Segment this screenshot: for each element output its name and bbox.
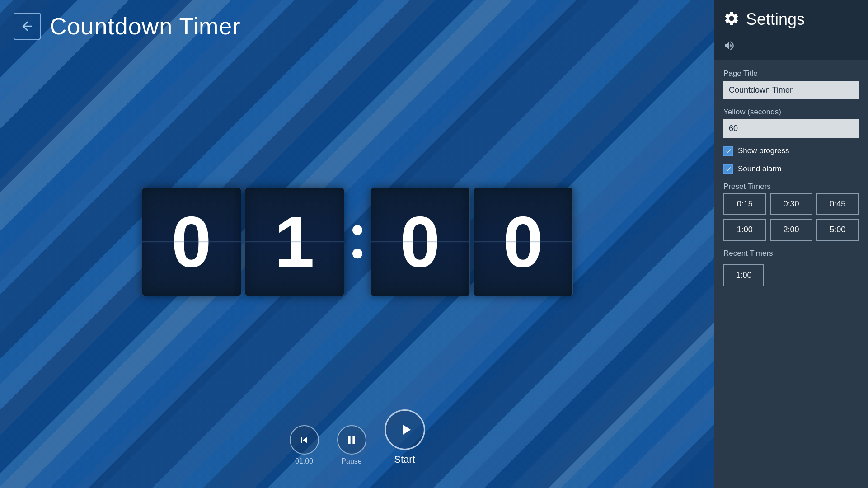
sound-alarm-label: Sound alarm — [738, 164, 781, 174]
preset-2-00[interactable]: 2:00 — [770, 219, 813, 241]
page-title-input[interactable] — [723, 81, 859, 99]
main-area: Countdown Timer 0 1 0 0 01:00 — [0, 0, 714, 488]
yellow-field: Yellow (seconds) — [723, 108, 859, 138]
preset-grid: 0:15 0:30 0:45 1:00 2:00 5:00 — [723, 193, 859, 241]
start-button[interactable]: Start — [385, 409, 425, 465]
preset-timers-section: Preset Timers 0:15 0:30 0:45 1:00 2:00 5… — [723, 182, 859, 241]
sound-alarm-row[interactable]: Sound alarm — [723, 164, 859, 174]
check-icon — [725, 148, 732, 154]
header: Countdown Timer — [14, 13, 241, 40]
reset-label: 01:00 — [295, 457, 313, 465]
recent-timers-label: Recent Timers — [723, 249, 859, 258]
reset-icon — [298, 434, 310, 446]
colon-separator — [348, 225, 367, 258]
pause-label: Pause — [341, 457, 361, 465]
page-title-label: Page Title — [723, 69, 859, 78]
yellow-input[interactable] — [723, 119, 859, 138]
start-circle — [385, 409, 425, 450]
play-icon — [397, 421, 414, 438]
show-progress-row[interactable]: Show progress — [723, 146, 859, 156]
colon-dot-top — [352, 225, 362, 235]
settings-title: Settings — [746, 10, 805, 29]
colon-dot-bottom — [352, 249, 362, 258]
gear-svg — [723, 10, 740, 27]
settings-header: Settings — [714, 0, 868, 36]
reset-button[interactable]: 01:00 — [290, 425, 319, 465]
sound-alarm-checkbox[interactable] — [723, 164, 733, 174]
pause-button[interactable]: Pause — [337, 425, 366, 465]
recent-timer-0[interactable]: 1:00 — [723, 264, 764, 286]
digit-3: 0 — [503, 206, 543, 278]
yellow-label: Yellow (seconds) — [723, 108, 859, 117]
preset-0-45[interactable]: 0:45 — [816, 193, 859, 215]
preset-0-15[interactable]: 0:15 — [723, 193, 766, 215]
show-progress-checkbox[interactable] — [723, 146, 733, 156]
preset-0-30[interactable]: 0:30 — [770, 193, 813, 215]
settings-body: Page Title Yellow (seconds) Show progres… — [714, 60, 868, 488]
preset-timers-label: Preset Timers — [723, 182, 859, 191]
settings-panel: Settings Page Title Yellow (seconds) — [714, 0, 868, 488]
show-progress-label: Show progress — [738, 146, 789, 155]
pause-circle — [337, 425, 366, 455]
digit-card-3: 0 — [474, 188, 573, 296]
gear-icon — [723, 10, 740, 28]
reset-circle — [290, 425, 319, 455]
start-label: Start — [394, 454, 415, 465]
app-title: Countdown Timer — [50, 13, 241, 40]
check-icon-2 — [725, 166, 732, 172]
back-arrow-icon — [20, 19, 34, 33]
timer-display: 0 1 0 0 — [142, 188, 573, 296]
page-title-field: Page Title — [723, 69, 859, 99]
digit-card-1: 1 — [245, 188, 344, 296]
digit-0: 0 — [171, 206, 211, 278]
digit-2: 0 — [400, 206, 440, 278]
back-button[interactable] — [14, 13, 41, 40]
preset-1-00[interactable]: 1:00 — [723, 219, 766, 241]
recent-timers-section: Recent Timers 1:00 — [723, 249, 859, 286]
settings-sound-row — [714, 36, 868, 60]
digit-card-0: 0 — [142, 188, 241, 296]
digit-1: 1 — [274, 206, 314, 278]
volume-icon — [723, 40, 735, 53]
volume-svg — [723, 40, 735, 52]
pause-icon — [345, 434, 358, 446]
preset-5-00[interactable]: 5:00 — [816, 219, 859, 241]
digit-card-2: 0 — [371, 188, 470, 296]
controls: 01:00 Pause Start — [290, 409, 425, 465]
